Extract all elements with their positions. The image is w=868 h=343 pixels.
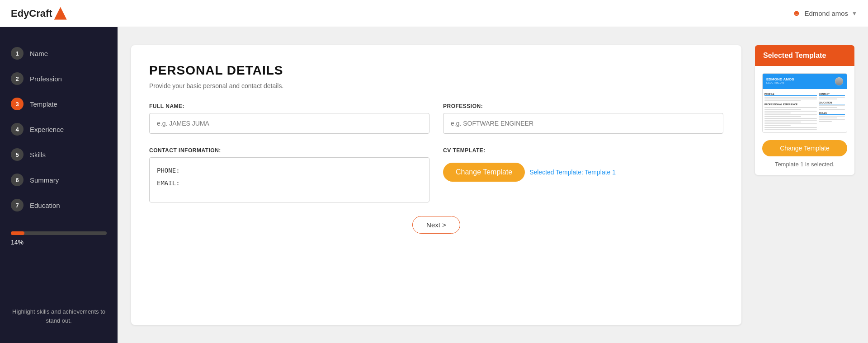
contact-group: CONTACT INFORMATION: PHONE: EMAIL: [149,147,429,202]
contact-label: CONTACT INFORMATION: [149,147,429,154]
sidebar-label-template: Template [30,100,57,108]
form-subtitle: Provide your basic personal and contact … [149,82,723,89]
step-circle-6: 6 [11,174,24,186]
tip-text: Highlight skills and achievements to sta… [11,307,107,325]
logo-text: EdyCraft [11,8,52,19]
contact-template-row: CONTACT INFORMATION: PHONE: EMAIL: CV TE… [149,147,723,202]
step-circle-1: 1 [11,47,24,60]
logo-icon [54,7,67,20]
profession-label: PROFESSION: [443,103,723,109]
template-panel-body: EDMOND AMOS ELECTRICIAN PROFILE [755,66,854,175]
next-button-area: Next > [149,216,723,234]
sidebar-label-profession: Profession [30,75,62,83]
sidebar-item-name[interactable]: 1 Name [0,41,118,66]
sidebar: 1 Name 2 Profession 3 Template 4 Experie… [0,27,118,343]
cv-contact-label: CONTACT [819,93,845,96]
template-panel-header: Selected Template [755,45,854,66]
template-panel: Selected Template EDMOND AMOS ELECTRICIA… [755,45,854,325]
main-content: PERSONAL DETAILS Provide your basic pers… [118,27,868,343]
progress-label: 14% [11,239,107,246]
cv-skills-label: SKILLS [819,112,845,115]
cv-template-label: CV TEMPLATE: [443,147,723,154]
sidebar-item-template[interactable]: 3 Template [0,91,118,117]
template-selected-label: Template 1 is selected. [762,161,847,168]
full-name-label: FULL NAME: [149,103,429,109]
cv-preview-name: EDMOND AMOS [766,77,794,81]
cv-preview-profession: ELECTRICIAN [766,81,794,84]
step-circle-2: 2 [11,72,24,85]
template-panel-change-button[interactable]: Change Template [762,140,847,156]
change-template-button[interactable]: Change Template [443,163,525,182]
form-title: PERSONAL DETAILS [149,63,723,78]
cv-education-label: EDUCATION [819,101,845,104]
step-circle-7: 7 [11,199,24,211]
cv-template-row: Change Template Selected Template: Templ… [443,163,723,182]
sidebar-label-education: Education [30,202,60,209]
user-name: Edmond amos [804,9,848,17]
form-card: PERSONAL DETAILS Provide your basic pers… [131,45,741,325]
sidebar-item-skills[interactable]: 5 Skills [0,142,118,167]
cv-experience-label: PROFESSIONAL EXPERIENCE [764,103,817,106]
contact-textarea[interactable]: PHONE: EMAIL: [149,157,429,202]
sidebar-item-experience[interactable]: 4 Experience [0,117,118,142]
dropdown-arrow-icon[interactable]: ▼ [852,10,857,17]
sidebar-label-name: Name [30,50,48,57]
profession-group: PROFESSION: [443,103,723,134]
profession-input[interactable] [443,113,723,134]
sidebar-label-skills: Skills [30,151,46,159]
step-circle-4: 4 [11,123,24,136]
cv-right-col: CONTACT EDUCATION SKILLS [819,91,845,131]
sidebar-label-experience: Experience [30,126,64,133]
name-profession-row: FULL NAME: PROFESSION: [149,103,723,134]
header: EdyCraft ☻ Edmond amos ▼ [0,0,868,27]
progress-bar-fill [11,231,24,235]
tip-section: Highlight skills and achievements to sta… [0,298,118,334]
progress-section: 14% [0,222,118,250]
cv-preview-header: EDMOND AMOS ELECTRICIAN [763,74,847,89]
logo[interactable]: EdyCraft [11,7,67,20]
sidebar-label-summary: Summary [30,176,59,184]
cv-body: PROFILE PROFESSIONAL EXPERIENCE [763,89,847,132]
cv-avatar [835,77,843,85]
sidebar-item-profession[interactable]: 2 Profession [0,66,118,91]
next-button[interactable]: Next > [412,216,460,234]
selected-template-text: Selected Template: Template 1 [529,169,616,176]
sidebar-item-summary[interactable]: 6 Summary [0,167,118,193]
progress-bar-background [11,231,107,235]
full-name-input[interactable] [149,113,429,134]
template-preview: EDMOND AMOS ELECTRICIAN PROFILE [762,73,847,133]
user-area: ☻ Edmond amos ▼ [792,9,857,18]
step-circle-3: 3 [11,98,24,110]
sidebar-item-education[interactable]: 7 Education [0,193,118,218]
user-icon: ☻ [792,9,801,18]
full-name-group: FULL NAME: [149,103,429,134]
cv-profile-label: PROFILE [764,93,817,96]
cv-left-col: PROFILE PROFESSIONAL EXPERIENCE [764,91,817,131]
step-circle-5: 5 [11,148,24,161]
cv-template-group: CV TEMPLATE: Change Template Selected Te… [443,147,723,202]
